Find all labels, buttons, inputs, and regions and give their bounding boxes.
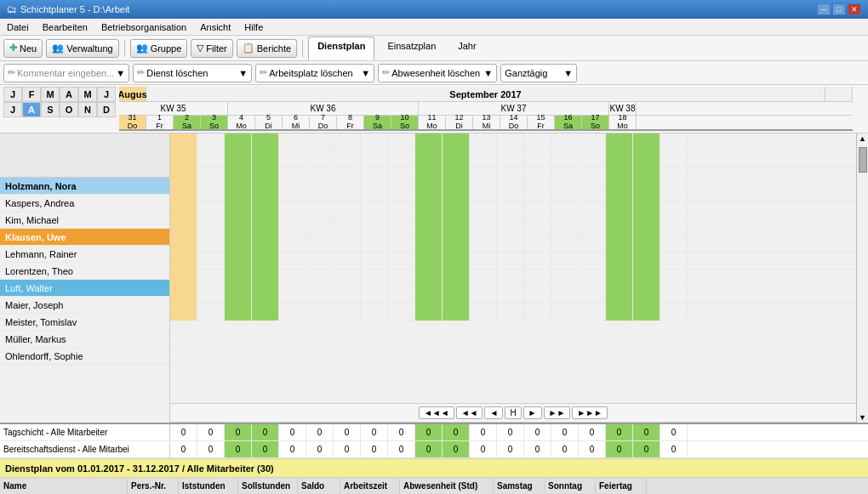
grid-cell-7-4[interactable] xyxy=(279,253,306,270)
delete-workplace-dropdown[interactable]: ✏ Arbeitsplatz löschen ▼ xyxy=(255,64,374,82)
grid-cell-10-0[interactable] xyxy=(170,304,197,321)
grid-cell-9-1[interactable] xyxy=(197,287,225,304)
grid-cell-9-3[interactable] xyxy=(252,287,279,304)
grid-cell-0-6[interactable] xyxy=(334,133,361,150)
grid-cell-0-2[interactable] xyxy=(225,133,252,150)
menu-view[interactable]: Ansicht xyxy=(197,21,234,33)
grid-cell-5-16[interactable] xyxy=(606,219,633,236)
grid-cell-1-16[interactable] xyxy=(606,150,633,168)
grid-cell-8-1[interactable] xyxy=(197,270,225,287)
grid-cell-8-0[interactable] xyxy=(170,270,197,287)
grid-cell-2-4[interactable] xyxy=(279,168,306,185)
comment-dropdown[interactable]: ✏ Kommentar eingeben... ▼ xyxy=(3,64,129,82)
grid-cell-5-13[interactable] xyxy=(524,219,551,236)
grid-cell-0-10[interactable] xyxy=(443,133,470,150)
employee-row-10[interactable]: Ohlendorff, Sophie xyxy=(0,348,169,365)
grid-cell-10-10[interactable] xyxy=(443,304,470,321)
group-button[interactable]: 👥 Gruppe xyxy=(130,39,188,58)
grid-cell-7-8[interactable] xyxy=(388,253,415,270)
menu-file[interactable]: Datei xyxy=(3,21,32,33)
grid-cell-5-6[interactable] xyxy=(334,219,361,236)
grid-cell-0-1[interactable] xyxy=(197,133,225,150)
employee-row-8[interactable]: Meister, Tomislav xyxy=(0,314,169,331)
grid-cell-9-10[interactable] xyxy=(443,287,470,304)
grid-cell-2-14[interactable] xyxy=(551,168,579,185)
grid-cell-1-17[interactable] xyxy=(633,150,660,168)
grid-cell-8-18[interactable] xyxy=(660,270,688,287)
grid-cell-1-15[interactable] xyxy=(579,150,606,168)
grid-cell-4-6[interactable] xyxy=(334,202,361,219)
month-J2[interactable]: J xyxy=(97,87,116,102)
month-F[interactable]: F xyxy=(22,87,41,102)
grid-cell-10-18[interactable] xyxy=(660,304,688,321)
grid-cell-10-17[interactable] xyxy=(633,304,660,321)
grid-cell-10-12[interactable] xyxy=(497,304,524,321)
grid-cell-8-16[interactable] xyxy=(606,270,633,287)
grid-cell-7-16[interactable] xyxy=(606,253,633,270)
grid-cell-5-18[interactable] xyxy=(660,219,688,236)
grid-cell-9-7[interactable] xyxy=(361,287,388,304)
employee-row-5[interactable]: Lorentzen, Theo xyxy=(0,263,169,280)
grid-cell-0-14[interactable] xyxy=(551,133,579,150)
grid-cell-4-15[interactable] xyxy=(579,202,606,219)
grid-cell-2-15[interactable] xyxy=(579,168,606,185)
grid-cell-6-17[interactable] xyxy=(633,236,660,253)
menu-edit[interactable]: Bearbeiten xyxy=(39,21,91,33)
grid-cell-6-14[interactable] xyxy=(551,236,579,253)
month-M1[interactable]: M xyxy=(41,87,60,102)
grid-cell-6-1[interactable] xyxy=(197,236,225,253)
grid-cell-1-14[interactable] xyxy=(551,150,579,168)
grid-cell-0-0[interactable] xyxy=(170,133,197,150)
grid-cell-7-5[interactable] xyxy=(306,253,334,270)
delete-service-dropdown[interactable]: ✏ Dienst löschen ▼ xyxy=(133,64,252,82)
employee-row-3[interactable]: Klausen, Uwe xyxy=(0,229,169,246)
grid-cell-4-11[interactable] xyxy=(470,202,497,219)
grid-cell-10-16[interactable] xyxy=(606,304,633,321)
month-J1[interactable]: J xyxy=(3,87,22,102)
grid-cell-4-16[interactable] xyxy=(606,202,633,219)
month-M2[interactable]: M xyxy=(78,87,97,102)
grid-cell-9-18[interactable] xyxy=(660,287,688,304)
grid-cell-1-9[interactable] xyxy=(415,150,443,168)
grid-cell-1-10[interactable] xyxy=(443,150,470,168)
grid-cell-0-16[interactable] xyxy=(606,133,633,150)
grid-cell-10-14[interactable] xyxy=(551,304,579,321)
employee-row-4[interactable]: Lehmann, Rainer xyxy=(0,246,169,263)
nav-btn-6[interactable]: ►►► xyxy=(572,406,608,419)
grid-cell-3-7[interactable] xyxy=(361,185,388,202)
grid-cell-5-9[interactable] xyxy=(415,219,443,236)
grid-cell-6-9[interactable] xyxy=(415,236,443,253)
grid-cell-2-9[interactable] xyxy=(415,168,443,185)
grid-cell-3-0[interactable] xyxy=(170,185,197,202)
employee-row-2[interactable]: Kim, Michael xyxy=(0,212,169,229)
scroll-up-arrow[interactable]: ▲ xyxy=(858,133,867,144)
grid-cell-4-5[interactable] xyxy=(306,202,334,219)
grid-cell-8-13[interactable] xyxy=(524,270,551,287)
grid-cell-9-13[interactable] xyxy=(524,287,551,304)
grid-cell-8-3[interactable] xyxy=(252,270,279,287)
grid-cell-3-14[interactable] xyxy=(551,185,579,202)
tab-jahr[interactable]: Jahr xyxy=(448,37,485,60)
grid-cell-5-3[interactable] xyxy=(252,219,279,236)
month-O[interactable]: O xyxy=(60,102,78,117)
grid-cell-9-6[interactable] xyxy=(334,287,361,304)
grid-cell-5-17[interactable] xyxy=(633,219,660,236)
grid-cell-5-2[interactable] xyxy=(225,219,252,236)
grid-cell-9-2[interactable] xyxy=(225,287,252,304)
delete-absence-dropdown[interactable]: ✏ Abwesenheit löschen ▼ xyxy=(378,64,497,82)
tab-dienstplan[interactable]: Dienstplan xyxy=(308,37,374,60)
grid-cell-4-13[interactable] xyxy=(524,202,551,219)
grid-cell-1-8[interactable] xyxy=(388,150,415,168)
grid-cell-3-18[interactable] xyxy=(660,185,688,202)
grid-cell-7-0[interactable] xyxy=(170,253,197,270)
grid-cell-6-8[interactable] xyxy=(388,236,415,253)
close-button[interactable]: ✕ xyxy=(848,3,861,15)
grid-cell-2-16[interactable] xyxy=(606,168,633,185)
grid-cell-3-10[interactable] xyxy=(443,185,470,202)
grid-cell-1-4[interactable] xyxy=(279,150,306,168)
grid-cell-9-9[interactable] xyxy=(415,287,443,304)
grid-cell-5-5[interactable] xyxy=(306,219,334,236)
grid-cell-8-4[interactable] xyxy=(279,270,306,287)
grid-cell-8-12[interactable] xyxy=(497,270,524,287)
grid-cell-8-14[interactable] xyxy=(551,270,579,287)
